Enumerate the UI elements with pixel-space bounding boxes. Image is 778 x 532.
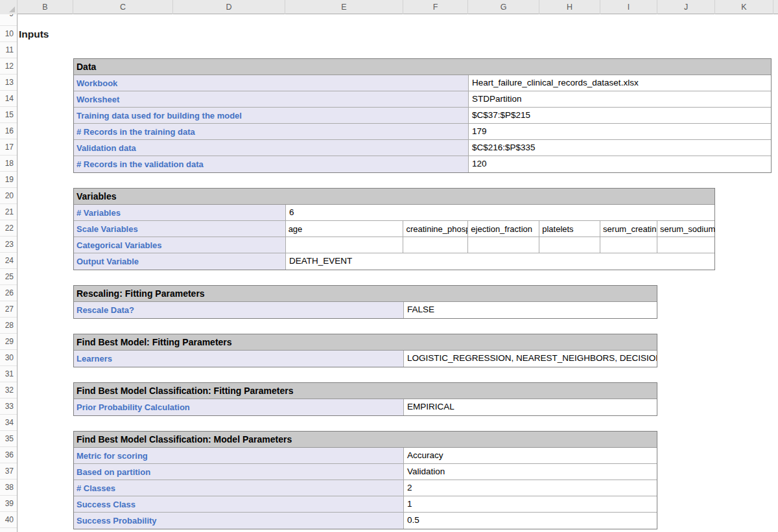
cell-categorical-variable-6[interactable] [657, 237, 714, 253]
row-header-40[interactable]: 40 [0, 512, 17, 528]
column-header-f[interactable]: F [403, 0, 468, 14]
row-header-35[interactable]: 35 [0, 431, 17, 447]
cell-scale-variable-2[interactable]: creatinine_phosphokinase [403, 221, 468, 237]
cell-categorical-variable-5[interactable] [600, 237, 657, 253]
row-header-23[interactable]: 23 [0, 237, 17, 253]
row-header-11[interactable]: 11 [0, 42, 17, 58]
row-header-15[interactable]: 15 [0, 107, 17, 123]
label-cell-learners[interactable]: Learners [74, 351, 404, 367]
label-cell-workbook[interactable]: Workbook [74, 75, 469, 91]
page-title[interactable]: Inputs [19, 26, 49, 42]
value-cell-rescale-data[interactable]: FALSE [404, 302, 657, 318]
section-header-data[interactable]: Data [74, 59, 771, 75]
cell-categorical-variable-4[interactable] [539, 237, 600, 253]
label-cell-success-class[interactable]: Success Class [74, 496, 404, 512]
cell-scale-variable-3[interactable]: ejection_fraction [468, 221, 539, 237]
label-cell-worksheet[interactable]: Worksheet [74, 91, 469, 107]
column-header-c[interactable]: C [73, 0, 173, 14]
row-header-17[interactable]: 17 [0, 139, 17, 156]
row-header-27[interactable]: 27 [0, 301, 17, 318]
value-cell-worksheet[interactable]: STDPartition [469, 91, 771, 107]
value-cell-metric-for-scoring[interactable]: Accuracy [404, 448, 657, 463]
value-cell-validation-data[interactable]: $C$216:$P$335 [469, 140, 771, 156]
label-cell-scale-variables[interactable]: Scale Variables [74, 221, 286, 237]
row-header-19[interactable]: 19 [0, 172, 17, 188]
label-cell-num-variables[interactable]: # Variables [74, 205, 286, 220]
value-cell-output-variable[interactable]: DEATH_EVENT [286, 253, 714, 270]
column-header-j[interactable]: J [657, 0, 715, 14]
cell-categorical-variable-1[interactable] [286, 237, 404, 253]
label-cell-rescale-data[interactable]: Rescale Data? [74, 302, 404, 318]
row-header-39[interactable]: 39 [0, 496, 17, 512]
section-header-find-best-model[interactable]: Find Best Model: Fitting Parameters [74, 334, 657, 351]
table-row: Based on partition Validation [74, 464, 657, 480]
row-header-10[interactable]: 10 [0, 26, 17, 42]
row-header-13[interactable]: 13 [0, 75, 17, 91]
cell-categorical-variable-2[interactable] [403, 237, 468, 253]
section-header-rescaling[interactable]: Rescaling: Fitting Parameters [74, 286, 657, 302]
cell-scale-variable-6[interactable]: serum_sodium [657, 221, 714, 237]
row-header-37[interactable]: 37 [0, 463, 17, 480]
value-cell-learners[interactable]: LOGISTIC_REGRESSION, NEAREST_NEIGHBORS, … [404, 351, 657, 367]
label-cell-training-data[interactable]: Training data used for building the mode… [74, 108, 469, 123]
value-cell-num-variables[interactable]: 6 [286, 205, 714, 220]
column-header-b[interactable]: B [18, 0, 73, 14]
row-header-28[interactable]: 28 [0, 318, 17, 334]
label-cell-success-probability[interactable]: Success Probability [74, 513, 404, 529]
column-header-e[interactable]: E [285, 0, 403, 14]
value-cell-based-on-partition[interactable]: Validation [404, 464, 657, 480]
value-cell-num-classes[interactable]: 2 [404, 480, 657, 496]
row-header-30[interactable]: 30 [0, 350, 17, 366]
row-header-36[interactable]: 36 [0, 447, 17, 463]
value-cell-training-records[interactable]: 179 [469, 124, 771, 139]
value-cell-validation-records[interactable]: 120 [469, 156, 771, 172]
value-cell-success-probability[interactable]: 0.5 [404, 513, 657, 529]
label-cell-based-on-partition[interactable]: Based on partition [74, 464, 404, 480]
row-header-14[interactable]: 14 [0, 91, 17, 107]
cell-scale-variable-5[interactable]: serum_creatinine [600, 221, 657, 237]
column-header-d[interactable]: D [173, 0, 285, 14]
row-header-18[interactable]: 18 [0, 156, 17, 172]
row-header-12[interactable]: 12 [0, 58, 17, 75]
row-header-31[interactable]: 31 [0, 366, 17, 382]
table-row: # Records in the validation data 120 [74, 156, 771, 172]
row-header-33[interactable]: 33 [0, 399, 17, 415]
row-header-9[interactable]: 9 [0, 14, 17, 26]
table-variables: Variables # Variables 6 Scale Variables … [73, 188, 715, 270]
value-cell-success-class[interactable]: 1 [404, 496, 657, 512]
label-cell-output-variable[interactable]: Output Variable [74, 253, 286, 270]
value-cell-workbook[interactable]: Heart_failure_clinical_records_dataset.x… [469, 75, 771, 91]
value-cell-prior-probability[interactable]: EMPIRICAL [404, 399, 657, 415]
section-header-fbmc-fitting[interactable]: Find Best Model Classification: Fitting … [74, 383, 657, 399]
row-header-22[interactable]: 22 [0, 220, 17, 237]
label-cell-validation-data[interactable]: Validation data [74, 140, 469, 156]
row-header-38[interactable]: 38 [0, 480, 17, 496]
value-cell-training-data[interactable]: $C$37:$P$215 [469, 108, 771, 123]
row-header-16[interactable]: 16 [0, 123, 17, 139]
label-cell-num-classes[interactable]: # Classes [74, 480, 404, 496]
row-header-29[interactable]: 29 [0, 334, 17, 350]
label-cell-validation-records[interactable]: # Records in the validation data [74, 156, 469, 172]
section-header-variables[interactable]: Variables [74, 189, 714, 205]
label-cell-prior-probability[interactable]: Prior Probability Calculation [74, 399, 404, 415]
row-header-25[interactable]: 25 [0, 269, 17, 285]
row-header-34[interactable]: 34 [0, 415, 17, 431]
cell-categorical-variable-3[interactable] [468, 237, 539, 253]
column-header-h[interactable]: H [539, 0, 600, 14]
cell-scale-variable-1[interactable]: age [286, 221, 404, 237]
label-cell-training-records[interactable]: # Records in the training data [74, 124, 469, 139]
row-header-20[interactable]: 20 [0, 188, 17, 204]
column-header-i[interactable]: I [600, 0, 657, 14]
label-cell-metric-for-scoring[interactable]: Metric for scoring [74, 448, 404, 463]
row-header-21[interactable]: 21 [0, 204, 17, 220]
table-row: Output Variable DEATH_EVENT [74, 253, 714, 270]
select-all-corner[interactable] [0, 0, 18, 14]
row-header-26[interactable]: 26 [0, 285, 17, 301]
column-header-g[interactable]: G [468, 0, 539, 14]
row-header-32[interactable]: 32 [0, 382, 17, 399]
column-header-k[interactable]: K [715, 0, 773, 14]
label-cell-categorical-variables[interactable]: Categorical Variables [74, 237, 286, 253]
section-header-fbmc-model[interactable]: Find Best Model Classification: Model Pa… [74, 432, 657, 448]
row-header-24[interactable]: 24 [0, 253, 17, 269]
cell-scale-variable-4[interactable]: platelets [539, 221, 600, 237]
